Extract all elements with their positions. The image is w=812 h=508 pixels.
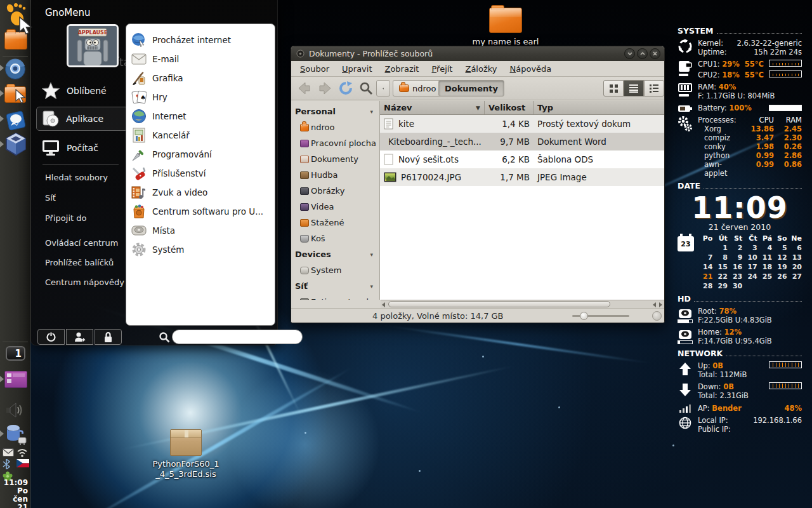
gnomenu-link-prohlizec-balicku[interactable]: Prohlížeč balíčků [45, 258, 114, 267]
zoom-slider[interactable] [572, 315, 629, 317]
power-button[interactable] [37, 329, 65, 345]
menu-item-prochazet-internet[interactable]: Procházet internet [131, 30, 270, 50]
dock-clock[interactable]: 11:09 Po čen 21 [0, 479, 30, 508]
gnomenu-link-centrum-napovedy[interactable]: Centrum nápovědy [45, 277, 124, 287]
sidebar-header-devices[interactable]: Devices▾ [295, 246, 379, 262]
sidebar-item-pracovni-plocha[interactable]: Pracovní plocha [295, 135, 379, 151]
calendar-day [759, 282, 772, 291]
search-icon[interactable] [358, 81, 374, 98]
sidebar-item-dokumenty[interactable]: Dokumenty [295, 151, 379, 167]
photo-file-icon [384, 172, 396, 182]
path-scroll-left-button[interactable] [376, 80, 390, 97]
bluetooth-tray-icon[interactable] [3, 459, 10, 469]
menu-item-centrum-softwaru[interactable]: Centrum softwaru pro U... [131, 202, 270, 221]
calendar-day: 29 [714, 282, 727, 291]
menu-zobrazit[interactable]: Zobrazit [379, 62, 426, 76]
menu-item-mista[interactable]: Místa [131, 221, 270, 240]
desktop-icon-my-name-is-earl[interactable]: my name is earl [471, 4, 540, 46]
speaker-icon[interactable] [4, 402, 27, 421]
menu-item-hry[interactable]: ♥♠ Hry [131, 88, 270, 107]
desktop-icon-pythonfors60[interactable]: PythonForS60_1_4_5_3rdEd.sis [151, 429, 221, 479]
title-bar[interactable]: Dokumenty - Prohlížeč souborů [291, 46, 664, 61]
scroll-left-icon[interactable] [653, 302, 657, 307]
menu-zalozky[interactable]: Záložky [459, 62, 503, 76]
refresh-icon[interactable] [338, 81, 353, 98]
scroll-left-icon[interactable] [382, 302, 386, 307]
sidebar-item-ndroo[interactable]: ndroo [295, 119, 379, 135]
column-header-nazev[interactable]: Název▼ [380, 101, 485, 114]
column-header-typ[interactable]: Typ [534, 101, 664, 114]
icon-view-button[interactable] [603, 80, 624, 97]
scrollbar-thumb[interactable] [388, 301, 610, 307]
menu-item-prislusenstvi[interactable]: Příslušenství [131, 164, 270, 183]
compact-view-button[interactable] [644, 80, 664, 97]
gnomenu-link-hledat-soubory[interactable]: Hledat soubory [45, 173, 108, 182]
horizontal-scrollbar[interactable] [381, 300, 664, 308]
lock-button[interactable] [95, 329, 122, 345]
sidebar-item-stazene[interactable]: Stažené [295, 215, 379, 231]
calendar-weekday: Ne [789, 234, 802, 243]
sidebar-item-videa[interactable]: Videa [295, 199, 379, 215]
calendar-day [743, 282, 757, 291]
quassel-icon[interactable]: Q [4, 109, 27, 135]
gnomenu-link-ovladaci-centrum[interactable]: Ovládací centrum [45, 238, 118, 248]
maximize-button[interactable] [637, 48, 648, 59]
menu-item-kancelar[interactable]: Kancelář [131, 126, 270, 145]
zoom-slider-knob[interactable] [580, 312, 588, 320]
file-row-novy-sesit[interactable]: Nový sešit.ots 6,2 KB Šablona ODS [380, 150, 664, 168]
sidebar-item-system[interactable]: System [295, 262, 379, 278]
sidebar-item-entire-network[interactable]: Entire network [295, 294, 379, 300]
gnomenu-link-sit[interactable]: Síť [45, 193, 56, 203]
gnomenu-link-pripojit-do[interactable]: Připojit do [45, 213, 86, 223]
purple-window-icon[interactable] [4, 371, 27, 388]
system-tray [3, 448, 28, 481]
menu-upravit[interactable]: Upravit [336, 62, 378, 76]
calendar-weekday: Čt [743, 234, 757, 243]
pitcher-icon[interactable] [4, 422, 27, 448]
file-row-kiteboarding[interactable]: WKiteboarding_-_tech... 9,7 MB Dokument … [380, 133, 664, 150]
czech-flag-icon[interactable] [16, 459, 29, 467]
menu-prejit[interactable]: Přejít [425, 62, 459, 76]
list-view-button[interactable] [624, 80, 644, 97]
user-avatar[interactable]: APPLAUSE [67, 24, 119, 67]
sidebar-item-obrazky[interactable]: Obrázky [295, 183, 379, 199]
gnomenu-tab-pocitac[interactable]: Počítač [36, 136, 128, 160]
resize-grip[interactable] [652, 311, 662, 321]
minimize-button[interactable] [624, 48, 635, 59]
path-button-dokumenty[interactable]: Dokumenty [438, 80, 504, 97]
scroll-right-icon[interactable] [658, 302, 662, 307]
menu-item-grafika[interactable]: Grafika [131, 69, 270, 88]
sidebar-item-hudba[interactable]: Hudba [295, 167, 379, 183]
gnomenu-tab-aplikace[interactable]: Aplikace [36, 107, 128, 131]
sidebar-header-sit[interactable]: Síť▾ [295, 278, 379, 294]
switch-user-button[interactable] [66, 329, 93, 345]
workspace-switcher[interactable]: 1 [6, 346, 25, 361]
file-row-p6170024[interactable]: P6170024.JPG 1,7 MB JPEG Image [380, 168, 664, 186]
folder-cursor-icon[interactable] [4, 84, 27, 103]
path-button-ndroo[interactable]: ndroo [393, 80, 442, 97]
sidebar-header-personal[interactable]: Personal▾ [295, 104, 379, 119]
column-header-velikost[interactable]: Velikost [485, 101, 534, 114]
gear-icon [131, 242, 147, 257]
chromium-icon[interactable] [4, 58, 27, 83]
forward-icon[interactable] [318, 81, 333, 98]
menu-item-system[interactable]: Systém [131, 240, 270, 259]
clock-date: čen 21 [0, 495, 28, 508]
menu-item-programovani[interactable]: Programování [131, 145, 270, 164]
gnomenu-tab-oblibene[interactable]: Oblíbené [36, 79, 128, 103]
virtualbox-icon[interactable] [4, 132, 27, 159]
wifi-tray-icon[interactable] [16, 448, 28, 457]
menu-item-zvuk-a-video[interactable]: Zvuk a video [131, 183, 270, 202]
back-icon[interactable] [296, 81, 311, 98]
search-icon [159, 331, 170, 343]
menu-item-internet[interactable]: Internet [131, 107, 270, 126]
sidebar-item-kos[interactable]: Koš [295, 231, 379, 246]
close-button[interactable] [650, 48, 660, 59]
divider [43, 164, 119, 164]
file-row-kite[interactable]: kite 1,4 KB Prostý textový dokum [380, 115, 664, 133]
menu-item-email[interactable]: E-mail [131, 50, 270, 69]
menu-search-input[interactable] [172, 330, 303, 344]
menu-soubor[interactable]: Soubor [294, 62, 336, 76]
mail-tray-icon[interactable] [3, 448, 14, 457]
menu-napoveda[interactable]: Nápověda [504, 62, 558, 76]
